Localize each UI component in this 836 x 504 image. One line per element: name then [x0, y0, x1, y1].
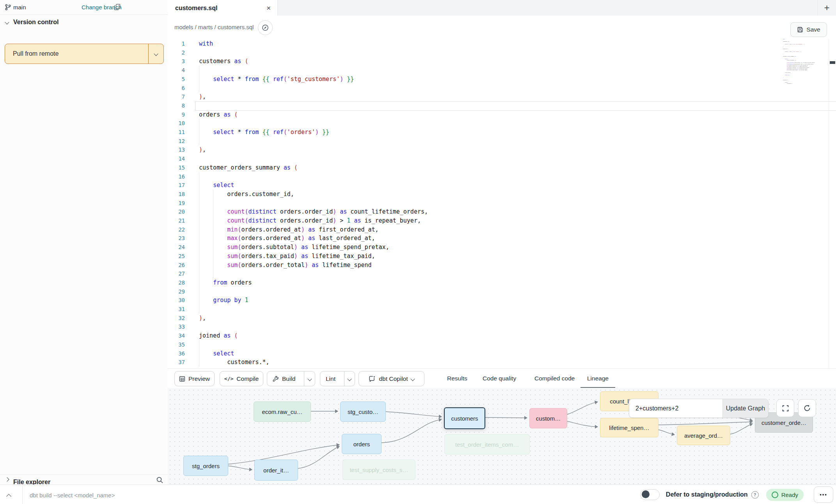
code-line[interactable]: 27 [168, 269, 836, 278]
new-tab-button[interactable]: + [817, 0, 836, 16]
code-line[interactable]: 24 sum(orders.subtotal) as lifetime_spen… [168, 243, 836, 252]
code-line[interactable]: 6 [168, 84, 836, 93]
code-line[interactable]: 30 group by 1 [168, 296, 836, 305]
code-line[interactable]: 11 select * from {{ ref('orders') }} [168, 128, 836, 137]
line-number: 29 [168, 287, 185, 296]
help-icon[interactable]: ? [751, 491, 759, 499]
dbt-copilot-button[interactable]: dbt Copilot [359, 371, 424, 386]
code-line[interactable]: 36 select [168, 349, 836, 358]
search-icon[interactable] [156, 476, 163, 484]
code-line[interactable]: 7), [168, 92, 836, 101]
code-line[interactable]: 18 orders.customer_id, [168, 190, 836, 199]
code-line[interactable]: 26 sum(orders.order_total) as lifetime_s… [168, 261, 836, 270]
lineage-node-lifetime_spen[interactable]: lifetime_spen… [600, 418, 659, 437]
code-line[interactable]: 23 max(orders.ordered_at) as last_ordere… [168, 234, 836, 243]
editor-scrollbar[interactable] [829, 39, 836, 368]
code-line[interactable]: 34joined as ( [168, 331, 836, 340]
build-button[interactable]: Build [267, 371, 301, 386]
lineage-node-order_it[interactable]: order_it… [254, 460, 298, 481]
line-number: 12 [168, 137, 185, 146]
code-line[interactable]: 35 [168, 340, 836, 349]
lineage-node-stg_custo[interactable]: stg_custo… [340, 401, 386, 422]
compile-button[interactable]: </> Compile [220, 371, 263, 386]
build-dropdown[interactable] [304, 371, 315, 386]
code-line[interactable]: 10 [168, 119, 836, 128]
lint-button[interactable]: Lint [320, 371, 341, 386]
code-text: count(distinct orders.order_id) > 1 as i… [199, 216, 421, 225]
lineage-node-test_order_items[interactable]: test_order_items_com… [444, 434, 530, 454]
code-line[interactable]: 28 from orders [168, 278, 836, 287]
fullscreen-button[interactable] [776, 399, 794, 417]
line-number: 5 [168, 75, 185, 84]
code-line[interactable]: 15customer_orders_summary as ( [168, 163, 836, 172]
code-line[interactable]: 12 [168, 137, 836, 146]
lineage-edge-custom-lifetime_spen [566, 421, 598, 427]
code-line[interactable]: 17 select [168, 181, 836, 190]
code-line[interactable]: 5 select * from {{ ref('stg_customers') … [168, 75, 836, 84]
pull-options-dropdown[interactable] [148, 44, 163, 64]
lint-dropdown[interactable] [344, 371, 355, 386]
lineage-node-customers[interactable]: customers [444, 407, 485, 429]
lineage-node-orders[interactable]: orders [342, 434, 382, 454]
code-line[interactable]: 37 customers.*, [168, 358, 836, 367]
copy-branch-icon[interactable] [114, 4, 121, 11]
code-line[interactable]: 25 sum(orders.tax_paid) as lifetime_tax_… [168, 252, 836, 261]
code-line[interactable]: 8 [168, 101, 836, 110]
code-line[interactable]: 19 [168, 199, 836, 208]
pull-from-remote-label: Pull from remote [5, 50, 148, 57]
line-number: 17 [168, 181, 185, 190]
line-number: 15 [168, 163, 185, 172]
scrollbar-thumb[interactable] [830, 61, 835, 64]
lineage-node-test_supply[interactable]: test_supply_costs_s… [343, 460, 415, 480]
code-editor[interactable]: 1with23customers as (45 select * from {{… [168, 39, 836, 368]
lineage-search-input[interactable] [629, 399, 722, 417]
code-line[interactable]: 33 [168, 322, 836, 331]
code-line[interactable]: 22 min(orders.ordered_at) as first_order… [168, 225, 836, 234]
pull-from-remote-button[interactable]: Pull from remote [5, 44, 164, 64]
code-line[interactable]: 9orders as ( [168, 110, 836, 119]
code-text: orders as ( [199, 110, 238, 119]
lineage-node-ecom[interactable]: ecom.raw_cu… [254, 401, 311, 422]
save-button[interactable]: Save [790, 22, 827, 37]
code-text: joined as ( [199, 331, 238, 340]
command-input[interactable] [29, 490, 382, 500]
tab-code-quality[interactable]: Code quality [476, 369, 523, 387]
code-text: sum(orders.subtotal) as lifetime_spend_p… [199, 243, 389, 252]
lineage-node-average_ord[interactable]: average_ord… [677, 426, 730, 445]
code-line[interactable]: 29 [168, 287, 836, 296]
version-control-section[interactable]: Version control [5, 19, 59, 26]
lineage-edge-orders-customers [381, 419, 442, 443]
close-icon[interactable]: × [266, 4, 277, 12]
code-line[interactable]: 20 count(distinct orders.order_id) as co… [168, 207, 836, 216]
code-line[interactable]: 31 [168, 305, 836, 314]
tab-lineage[interactable]: Lineage [580, 369, 615, 388]
refresh-button[interactable] [798, 399, 816, 417]
code-line[interactable]: 3customers as ( [168, 57, 836, 66]
build-button-group: Build [267, 371, 315, 386]
tab-results[interactable]: Results [440, 369, 474, 387]
tab-customers-sql[interactable]: customers.sql × [168, 0, 278, 16]
minimap[interactable]: withcustomers as ( select * from {{ ref(… [783, 39, 816, 92]
dbt-cloud-ide: main Change branch Version control Pull … [0, 0, 836, 504]
more-options-button[interactable]: ••• [814, 486, 833, 503]
dbt-copilot-label: dbt Copilot [379, 375, 408, 382]
code-line[interactable]: 14 [168, 154, 836, 163]
defer-toggle[interactable] [640, 489, 660, 500]
preview-button[interactable]: Preview [174, 371, 215, 386]
version-control-label: Version control [13, 19, 59, 26]
expand-command-bar-button[interactable] [7, 493, 11, 500]
lineage-node-stg_orders[interactable]: stg_orders [183, 456, 228, 476]
code-line[interactable]: 21 count(distinct orders.order_id) > 1 a… [168, 216, 836, 225]
copilot-compass-button[interactable] [258, 20, 273, 35]
code-line[interactable]: 32), [168, 314, 836, 323]
update-graph-button[interactable]: Update Graph [722, 399, 768, 417]
code-line[interactable]: 13), [168, 145, 836, 154]
lineage-canvas[interactable]: ecom.raw_cu…stg_custo…ordersstg_ordersor… [168, 388, 836, 485]
code-line[interactable]: 4 [168, 66, 836, 75]
lineage-node-custom[interactable]: custom… [529, 408, 567, 428]
code-line[interactable]: 16 [168, 172, 836, 181]
tab-compiled-code[interactable]: Compiled code [528, 369, 581, 387]
line-number: 19 [168, 199, 185, 208]
code-line[interactable]: 1with [168, 39, 836, 48]
code-line[interactable]: 2 [168, 48, 836, 57]
